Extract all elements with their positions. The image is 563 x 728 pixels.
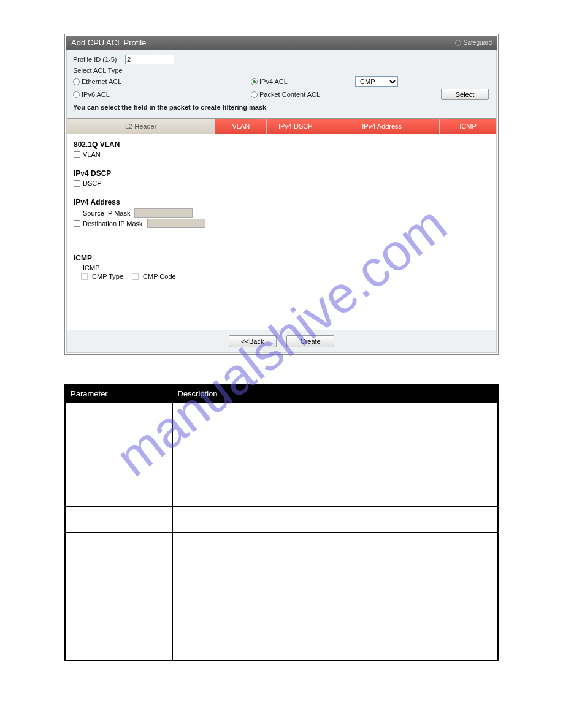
safeguard-icon <box>455 40 461 46</box>
safeguard-indicator: Safeguard <box>455 39 492 46</box>
table-header-parameter: Parameter <box>65 385 172 403</box>
select-button[interactable]: Select <box>441 89 489 100</box>
tab-ipv4-dscp[interactable]: IPv4 DSCP <box>267 119 324 134</box>
filter-mask-area: 802.1Q VLAN VLAN IPv4 DSCP DSCP IPv4 Add… <box>67 134 496 330</box>
destination-ip-mask-input[interactable] <box>147 219 205 228</box>
profile-id-input[interactable] <box>125 55 174 64</box>
mask-note: You can select the field in the packet t… <box>73 104 490 111</box>
dscp-checkbox-label: DSCP <box>83 180 102 187</box>
parameter-description-table: Parameter Description <box>64 384 499 661</box>
select-acl-type-label: Select ACL Type <box>73 67 490 74</box>
tab-l2-header[interactable]: L2 Header <box>67 119 215 134</box>
table-row <box>65 574 498 590</box>
safeguard-label: Safeguard <box>464 39 492 46</box>
radio-icon <box>73 91 80 98</box>
back-button[interactable]: <<Back <box>229 335 277 347</box>
ipv4-acl-label: IPv4 ACL <box>259 78 288 85</box>
vlan-checkbox[interactable]: VLAN <box>74 151 489 158</box>
panel-header: Add CPU ACL Profile Safeguard <box>66 36 497 50</box>
ipv4-address-section-title: IPv4 Address <box>74 198 489 207</box>
dscp-section-title: IPv4 DSCP <box>74 169 489 178</box>
table-row <box>65 507 498 533</box>
icmp-code-label: ICMP Code <box>141 273 176 280</box>
checkbox-icon <box>74 151 80 158</box>
checkbox-icon <box>132 273 139 280</box>
packet-content-acl-label: Packet Content ACL <box>259 91 320 98</box>
source-ip-mask-input[interactable] <box>134 208 193 218</box>
panel-title: Add CPU ACL Profile <box>71 38 146 47</box>
table-row <box>65 590 498 661</box>
ethernet-acl-radio[interactable]: Ethernet ACL <box>73 78 251 85</box>
tabs-bar: L2 Header VLAN IPv4 DSCP IPv4 Address IC… <box>67 118 496 134</box>
checkbox-icon <box>81 273 88 280</box>
acl-profile-panel: Add CPU ACL Profile Safeguard Profile ID… <box>64 34 499 355</box>
table-row <box>65 533 498 558</box>
vlan-checkbox-label: VLAN <box>83 151 101 158</box>
dscp-checkbox[interactable]: DSCP <box>74 180 489 187</box>
destination-ip-mask-checkbox[interactable]: Destination IP Mask <box>74 219 489 228</box>
ipv6-acl-radio[interactable]: IPv6 ACL <box>73 91 251 98</box>
checkbox-icon <box>74 265 80 271</box>
vlan-section-title: 802.1Q VLAN <box>74 140 489 149</box>
source-ip-mask-checkbox[interactable]: Source IP Mask <box>74 208 489 218</box>
icmp-checkbox-label: ICMP <box>83 264 100 271</box>
radio-icon <box>73 78 80 85</box>
checkbox-icon <box>74 210 80 216</box>
source-ip-mask-label: Source IP Mask <box>83 210 130 217</box>
icmp-type-label: ICMP Type <box>90 273 123 280</box>
footer-buttons: <<Back Create <box>67 330 496 352</box>
tab-icmp[interactable]: ICMP <box>440 119 496 134</box>
tab-ipv4-address[interactable]: IPv4 Address <box>324 119 440 134</box>
table-header-description: Description <box>172 385 498 403</box>
icmp-section-title: ICMP <box>74 254 489 262</box>
profile-id-label: Profile ID (1-5) <box>73 56 125 63</box>
packet-content-acl-radio[interactable]: Packet Content ACL <box>251 91 355 98</box>
create-button[interactable]: Create <box>286 335 334 347</box>
ipv4-acl-radio[interactable]: IPv4 ACL <box>251 78 355 85</box>
ipv6-acl-label: IPv6 ACL <box>82 91 110 98</box>
checkbox-icon <box>74 220 80 227</box>
ethernet-acl-label: Ethernet ACL <box>82 78 121 85</box>
radio-icon <box>251 91 258 98</box>
page-footer-rule <box>64 670 499 670</box>
protocol-select[interactable]: ICMP <box>355 76 398 87</box>
destination-ip-mask-label: Destination IP Mask <box>83 220 143 227</box>
radio-icon <box>251 78 258 85</box>
table-row <box>65 558 498 574</box>
table-row <box>65 403 498 507</box>
tab-vlan[interactable]: VLAN <box>215 119 267 134</box>
checkbox-icon <box>74 180 80 187</box>
icmp-checkbox[interactable]: ICMP <box>74 264 489 271</box>
